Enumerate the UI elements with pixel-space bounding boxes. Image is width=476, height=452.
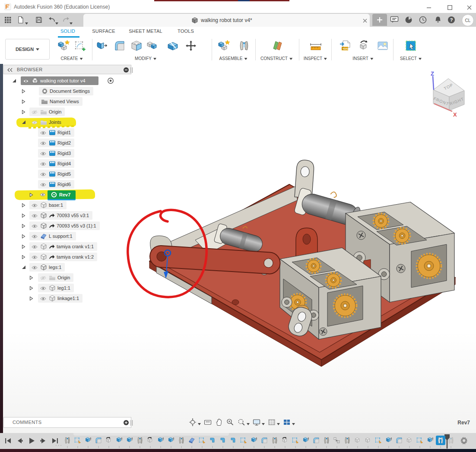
chevron-down-icon[interactable] (292, 419, 295, 427)
visibility-eye-off-icon[interactable] (40, 276, 47, 280)
visibility-eye-off-icon[interactable] (31, 110, 38, 114)
browser-item-tamiya-crank-v1-2[interactable]: tamiya crank v1:2 (3, 252, 133, 262)
tab-sheet-metal[interactable]: SHEET METAL (129, 28, 162, 34)
washer[interactable] (282, 297, 292, 307)
timeline-op-sketch[interactable] (73, 436, 83, 445)
document-tab[interactable]: walking robot tutor v4* (83, 14, 370, 27)
item-row-pill[interactable]: walking robot tutor v4 (21, 76, 98, 85)
expand-triangle-open[interactable] (12, 79, 17, 84)
notifications-icon[interactable] (434, 16, 442, 24)
minimize-button[interactable] (422, 2, 436, 13)
group-label-inspect[interactable]: INSPECT (304, 56, 327, 61)
timeline-op-extrude[interactable] (301, 436, 311, 445)
browser-item-document-settings[interactable]: Document Settings (3, 86, 133, 97)
close-button[interactable] (462, 2, 476, 13)
timeline-op-joint[interactable] (343, 436, 352, 445)
expand-triangle[interactable] (22, 255, 27, 260)
timeline-op-extrude[interactable] (83, 436, 93, 445)
go-to-start-button[interactable] (4, 436, 13, 445)
expand-triangle[interactable] (29, 275, 35, 281)
press-pull-button[interactable] (94, 38, 109, 54)
timeline-op-sketch[interactable] (197, 436, 207, 445)
item-row-pill[interactable]: base:1 (29, 201, 67, 209)
item-row-pill[interactable]: L support:1 (29, 232, 76, 240)
timeline-op-extrude[interactable] (156, 436, 165, 445)
timeline-op-sketch[interactable] (291, 436, 300, 445)
layout-grid-icon[interactable] (267, 418, 276, 428)
browser-item-legs-1[interactable]: legs:1 (3, 262, 133, 273)
joint-button[interactable] (237, 38, 251, 54)
timeline-op-fillet[interactable] (394, 436, 404, 445)
avatar[interactable]: CL (462, 14, 474, 26)
timeline-op-extrude[interactable] (249, 436, 259, 445)
screw[interactable] (397, 264, 405, 273)
timeline-op-flange[interactable] (218, 436, 228, 445)
visibility-eye-icon[interactable] (31, 245, 38, 249)
move-button[interactable] (184, 38, 198, 54)
browser-item-rigid4[interactable]: Rigid4 (3, 159, 133, 169)
display-settings-icon[interactable] (252, 418, 261, 428)
browser-item-tamiya-crank-v1-1[interactable]: tamiya crank v1:1 (3, 242, 133, 252)
browser-item-70093-v55-v3-1[interactable]: 70093 v55 v3:1 (3, 211, 133, 221)
visibility-eye-icon[interactable] (31, 214, 38, 218)
select-button[interactable] (403, 38, 418, 54)
visibility-eye-icon[interactable] (40, 297, 47, 301)
chevron-down-icon[interactable] (25, 19, 28, 21)
step-back-button[interactable] (16, 436, 24, 445)
expand-triangle[interactable] (22, 224, 27, 229)
redo-icon[interactable] (62, 16, 70, 24)
timeline-op-sketch[interactable] (374, 436, 383, 445)
timeline-op-flange[interactable] (208, 436, 217, 445)
expand-triangle[interactable] (29, 296, 35, 301)
save-icon[interactable] (35, 16, 43, 24)
panel-minus-icon[interactable] (123, 67, 129, 73)
item-row-pill[interactable]: legs:1 (29, 263, 65, 272)
comments-panel[interactable]: COMMENTS (3, 417, 131, 428)
insert-mesh-button[interactable] (357, 38, 372, 54)
browser-item-linkage1-1[interactable]: linkage1:1 (3, 294, 133, 304)
zoom-icon[interactable] (226, 418, 235, 428)
item-row-pill[interactable]: Rigid6 (38, 180, 74, 189)
orbit-icon[interactable] (188, 418, 197, 428)
browser-item-70093-v55-v3-1-1[interactable]: 70093 v55 v3 (1):1 (3, 221, 133, 231)
clock-icon[interactable] (419, 16, 427, 24)
chevron-down-icon[interactable] (277, 419, 280, 427)
split-body-button[interactable] (165, 38, 180, 54)
undo-icon[interactable] (48, 16, 56, 24)
canvas-button[interactable] (375, 38, 390, 54)
insert-svg-button[interactable]: SVG (338, 38, 352, 54)
visibility-eye-icon[interactable] (31, 255, 38, 259)
visibility-eye-icon[interactable] (40, 286, 47, 291)
timeline-op-joint[interactable] (322, 436, 331, 445)
view-cube[interactable]: Z X TOP FRONT RIGHT (421, 70, 469, 117)
chevron-down-icon[interactable] (70, 19, 73, 21)
comments-plus-icon[interactable] (123, 420, 129, 426)
tab-surface[interactable]: SURFACE (92, 28, 115, 34)
item-row-pill[interactable]: 70093 v55 v3 (1):1 (29, 221, 100, 230)
timeline-op-pattern[interactable] (332, 436, 342, 445)
visibility-eye-icon[interactable] (40, 193, 46, 198)
visibility-eye-icon[interactable] (40, 183, 47, 187)
browser-item-l-support-1[interactable]: L support:1 (3, 231, 133, 242)
browser-item-base-1[interactable]: base:1 (3, 200, 133, 211)
visibility-eye-icon[interactable] (40, 172, 47, 177)
timeline-op-body[interactable] (363, 436, 373, 445)
shell-button[interactable] (129, 38, 144, 54)
browser-item-rev7[interactable]: Rev7 (3, 190, 133, 200)
expand-triangle[interactable] (29, 286, 35, 291)
timeline-op-derive[interactable] (146, 436, 155, 445)
browser-item-rigid3[interactable]: Rigid3 (3, 149, 133, 159)
fillet-button[interactable] (112, 38, 127, 54)
viewports-icon[interactable] (282, 418, 291, 428)
expand-triangle[interactable] (22, 110, 27, 115)
timeline-op-joint[interactable] (177, 436, 186, 445)
maximize-button[interactable] (442, 2, 457, 13)
create-sketch-button[interactable] (73, 38, 88, 54)
expand-triangle[interactable] (22, 244, 27, 250)
visibility-eye-icon[interactable] (31, 203, 38, 208)
expand-triangle[interactable] (29, 193, 35, 198)
timeline-op-joint[interactable] (135, 436, 145, 445)
gear[interactable] (334, 294, 356, 317)
combine-button[interactable] (146, 38, 160, 54)
group-label-modify[interactable]: MODIFY (135, 56, 156, 61)
